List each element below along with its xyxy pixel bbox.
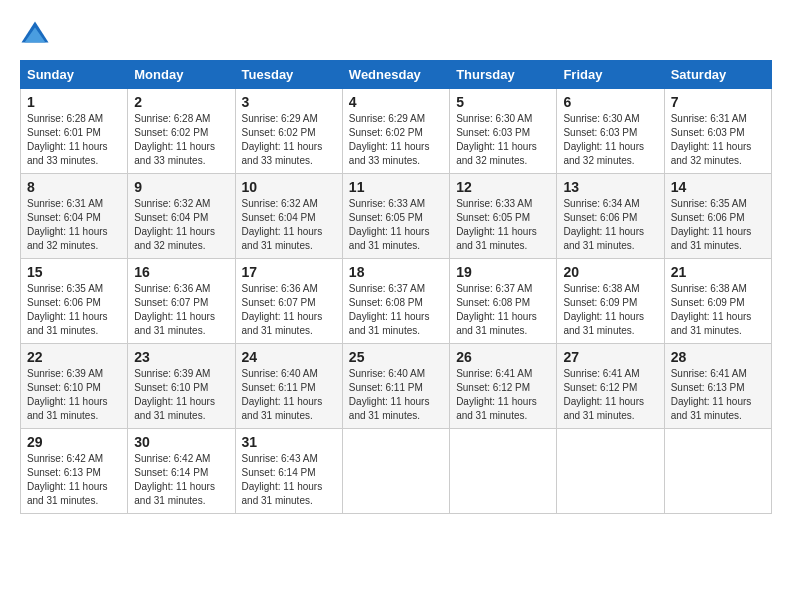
day-number: 11 [349,179,443,195]
calendar-cell: 22 Sunrise: 6:39 AMSunset: 6:10 PMDaylig… [21,344,128,429]
day-number: 4 [349,94,443,110]
day-info: Sunrise: 6:32 AMSunset: 6:04 PMDaylight:… [134,198,215,251]
day-info: Sunrise: 6:33 AMSunset: 6:05 PMDaylight:… [456,198,537,251]
day-info: Sunrise: 6:29 AMSunset: 6:02 PMDaylight:… [349,113,430,166]
day-info: Sunrise: 6:41 AMSunset: 6:12 PMDaylight:… [563,368,644,421]
day-number: 10 [242,179,336,195]
day-number: 9 [134,179,228,195]
day-number: 5 [456,94,550,110]
day-number: 19 [456,264,550,280]
week-row-3: 15 Sunrise: 6:35 AMSunset: 6:06 PMDaylig… [21,259,772,344]
day-number: 29 [27,434,121,450]
day-info: Sunrise: 6:39 AMSunset: 6:10 PMDaylight:… [134,368,215,421]
day-number: 23 [134,349,228,365]
day-info: Sunrise: 6:36 AMSunset: 6:07 PMDaylight:… [242,283,323,336]
header-saturday: Saturday [664,61,771,89]
calendar-cell: 24 Sunrise: 6:40 AMSunset: 6:11 PMDaylig… [235,344,342,429]
day-number: 28 [671,349,765,365]
day-info: Sunrise: 6:41 AMSunset: 6:12 PMDaylight:… [456,368,537,421]
day-number: 13 [563,179,657,195]
calendar-cell: 9 Sunrise: 6:32 AMSunset: 6:04 PMDayligh… [128,174,235,259]
day-info: Sunrise: 6:38 AMSunset: 6:09 PMDaylight:… [563,283,644,336]
calendar-cell [450,429,557,514]
day-number: 31 [242,434,336,450]
day-info: Sunrise: 6:35 AMSunset: 6:06 PMDaylight:… [671,198,752,251]
day-number: 15 [27,264,121,280]
calendar-cell: 12 Sunrise: 6:33 AMSunset: 6:05 PMDaylig… [450,174,557,259]
day-number: 16 [134,264,228,280]
calendar-cell: 14 Sunrise: 6:35 AMSunset: 6:06 PMDaylig… [664,174,771,259]
day-number: 6 [563,94,657,110]
header-wednesday: Wednesday [342,61,449,89]
week-row-4: 22 Sunrise: 6:39 AMSunset: 6:10 PMDaylig… [21,344,772,429]
day-info: Sunrise: 6:28 AMSunset: 6:02 PMDaylight:… [134,113,215,166]
day-info: Sunrise: 6:43 AMSunset: 6:14 PMDaylight:… [242,453,323,506]
day-info: Sunrise: 6:42 AMSunset: 6:13 PMDaylight:… [27,453,108,506]
day-info: Sunrise: 6:41 AMSunset: 6:13 PMDaylight:… [671,368,752,421]
calendar-cell: 25 Sunrise: 6:40 AMSunset: 6:11 PMDaylig… [342,344,449,429]
calendar-cell: 29 Sunrise: 6:42 AMSunset: 6:13 PMDaylig… [21,429,128,514]
calendar-cell: 15 Sunrise: 6:35 AMSunset: 6:06 PMDaylig… [21,259,128,344]
day-info: Sunrise: 6:31 AMSunset: 6:03 PMDaylight:… [671,113,752,166]
week-row-1: 1 Sunrise: 6:28 AMSunset: 6:01 PMDayligh… [21,89,772,174]
day-info: Sunrise: 6:31 AMSunset: 6:04 PMDaylight:… [27,198,108,251]
calendar-cell: 13 Sunrise: 6:34 AMSunset: 6:06 PMDaylig… [557,174,664,259]
day-info: Sunrise: 6:28 AMSunset: 6:01 PMDaylight:… [27,113,108,166]
day-info: Sunrise: 6:39 AMSunset: 6:10 PMDaylight:… [27,368,108,421]
week-row-5: 29 Sunrise: 6:42 AMSunset: 6:13 PMDaylig… [21,429,772,514]
header-monday: Monday [128,61,235,89]
calendar-cell: 17 Sunrise: 6:36 AMSunset: 6:07 PMDaylig… [235,259,342,344]
calendar-cell: 26 Sunrise: 6:41 AMSunset: 6:12 PMDaylig… [450,344,557,429]
day-number: 18 [349,264,443,280]
day-number: 22 [27,349,121,365]
day-number: 3 [242,94,336,110]
calendar-cell: 6 Sunrise: 6:30 AMSunset: 6:03 PMDayligh… [557,89,664,174]
calendar-table: SundayMondayTuesdayWednesdayThursdayFrid… [20,60,772,514]
day-number: 8 [27,179,121,195]
calendar-cell: 20 Sunrise: 6:38 AMSunset: 6:09 PMDaylig… [557,259,664,344]
calendar-cell: 8 Sunrise: 6:31 AMSunset: 6:04 PMDayligh… [21,174,128,259]
calendar-cell: 31 Sunrise: 6:43 AMSunset: 6:14 PMDaylig… [235,429,342,514]
calendar-cell: 5 Sunrise: 6:30 AMSunset: 6:03 PMDayligh… [450,89,557,174]
day-info: Sunrise: 6:36 AMSunset: 6:07 PMDaylight:… [134,283,215,336]
calendar-cell: 21 Sunrise: 6:38 AMSunset: 6:09 PMDaylig… [664,259,771,344]
day-number: 17 [242,264,336,280]
calendar-cell: 1 Sunrise: 6:28 AMSunset: 6:01 PMDayligh… [21,89,128,174]
calendar-cell: 4 Sunrise: 6:29 AMSunset: 6:02 PMDayligh… [342,89,449,174]
calendar-cell: 3 Sunrise: 6:29 AMSunset: 6:02 PMDayligh… [235,89,342,174]
day-number: 26 [456,349,550,365]
logo-icon [20,20,50,50]
calendar-cell: 30 Sunrise: 6:42 AMSunset: 6:14 PMDaylig… [128,429,235,514]
calendar-cell [557,429,664,514]
day-info: Sunrise: 6:29 AMSunset: 6:02 PMDaylight:… [242,113,323,166]
calendar-cell: 28 Sunrise: 6:41 AMSunset: 6:13 PMDaylig… [664,344,771,429]
header-tuesday: Tuesday [235,61,342,89]
day-number: 25 [349,349,443,365]
calendar-cell: 2 Sunrise: 6:28 AMSunset: 6:02 PMDayligh… [128,89,235,174]
page-header [20,20,772,50]
day-number: 1 [27,94,121,110]
day-info: Sunrise: 6:37 AMSunset: 6:08 PMDaylight:… [456,283,537,336]
calendar-cell: 16 Sunrise: 6:36 AMSunset: 6:07 PMDaylig… [128,259,235,344]
day-number: 24 [242,349,336,365]
day-number: 27 [563,349,657,365]
day-info: Sunrise: 6:34 AMSunset: 6:06 PMDaylight:… [563,198,644,251]
day-info: Sunrise: 6:33 AMSunset: 6:05 PMDaylight:… [349,198,430,251]
calendar-cell [342,429,449,514]
day-info: Sunrise: 6:32 AMSunset: 6:04 PMDaylight:… [242,198,323,251]
day-number: 14 [671,179,765,195]
calendar-cell: 11 Sunrise: 6:33 AMSunset: 6:05 PMDaylig… [342,174,449,259]
calendar-cell: 18 Sunrise: 6:37 AMSunset: 6:08 PMDaylig… [342,259,449,344]
day-number: 21 [671,264,765,280]
day-number: 12 [456,179,550,195]
day-number: 7 [671,94,765,110]
header-friday: Friday [557,61,664,89]
day-info: Sunrise: 6:38 AMSunset: 6:09 PMDaylight:… [671,283,752,336]
day-info: Sunrise: 6:30 AMSunset: 6:03 PMDaylight:… [456,113,537,166]
day-info: Sunrise: 6:42 AMSunset: 6:14 PMDaylight:… [134,453,215,506]
calendar-cell: 27 Sunrise: 6:41 AMSunset: 6:12 PMDaylig… [557,344,664,429]
logo [20,20,54,50]
day-info: Sunrise: 6:30 AMSunset: 6:03 PMDaylight:… [563,113,644,166]
calendar-cell: 19 Sunrise: 6:37 AMSunset: 6:08 PMDaylig… [450,259,557,344]
header-sunday: Sunday [21,61,128,89]
